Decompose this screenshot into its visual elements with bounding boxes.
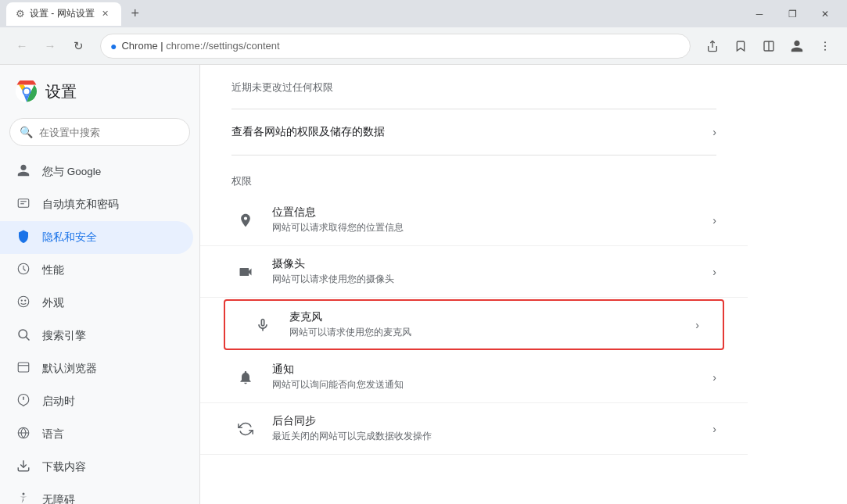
menu-button[interactable] xyxy=(813,34,838,59)
background-sync-permission-chevron-icon: › xyxy=(712,423,716,435)
svg-point-14 xyxy=(21,299,23,301)
permission-row-background-sync[interactable]: 后台同步 最近关闭的网站可以完成数据收发操作 › xyxy=(200,403,748,455)
sidebar-performance-icon xyxy=(16,262,31,279)
microphone-permission-title: 麦克风 xyxy=(289,310,695,324)
sidebar-nav: 您与 Google 自动填充和密码 隐私和安全 性能 外观 搜索引擎 默认浏览器… xyxy=(0,155,199,504)
back-button[interactable]: ← xyxy=(9,34,34,59)
camera-permission-title: 摄像头 xyxy=(272,257,712,271)
sidebar-download-icon xyxy=(16,459,31,476)
browser-toolbar: ← → ↻ ● Chrome | chrome://settings/conte… xyxy=(0,27,847,65)
sidebar-header: 设置 xyxy=(0,74,199,115)
sidebar-autofill-icon xyxy=(16,196,31,213)
sidebar-startup-icon xyxy=(16,393,31,410)
svg-line-17 xyxy=(26,337,29,340)
svg-point-15 xyxy=(24,299,26,301)
reload-button[interactable]: ↻ xyxy=(66,34,91,59)
permission-row-notifications[interactable]: 通知 网站可以询问能否向您发送通知 › xyxy=(200,352,748,403)
microphone-permission-chevron-icon: › xyxy=(695,319,699,331)
microphone-permission-icon xyxy=(249,311,277,339)
restore-button[interactable]: ❐ xyxy=(777,3,808,25)
bookmark-button[interactable] xyxy=(728,34,753,59)
share-button[interactable] xyxy=(700,34,725,59)
permission-row-location[interactable]: 位置信息 网站可以请求取得您的位置信息 › xyxy=(200,195,748,246)
close-button[interactable]: ✕ xyxy=(809,3,841,25)
background-sync-permission-icon xyxy=(231,415,260,443)
svg-point-16 xyxy=(19,330,27,338)
toolbar-actions xyxy=(700,34,838,59)
sidebar-browser-icon xyxy=(16,360,31,377)
sidebar: 设置 🔍 您与 Google 自动填充和密码 隐私和安全 性能 外观 搜索引擎 … xyxy=(0,65,200,504)
chrome-logo-icon xyxy=(16,80,38,102)
search-icon: 🔍 xyxy=(20,126,33,138)
sidebar-item-google[interactable]: 您与 Google xyxy=(0,155,193,188)
titlebar-left: ⚙ 设置 - 网站设置 ✕ + xyxy=(6,2,146,26)
camera-permission-icon xyxy=(231,258,260,286)
notifications-permission-title: 通知 xyxy=(272,363,712,377)
sidebar-privacy-icon xyxy=(16,229,31,246)
divider-2 xyxy=(231,155,716,155)
content-inner: 近期未更改过任何权限 查看各网站的权限及储存的数据 › 权限 位置信息 网站可以… xyxy=(200,65,748,470)
no-changes-text: 近期未更改过任何权限 xyxy=(200,65,748,102)
sidebar-item-performance[interactable]: 性能 xyxy=(0,254,193,287)
location-permission-icon xyxy=(231,206,260,234)
svg-rect-18 xyxy=(18,363,29,372)
sidebar-accessibility-icon xyxy=(16,491,31,504)
camera-permission-desc: 网站可以请求使用您的摄像头 xyxy=(272,273,712,286)
permission-row-microphone[interactable]: 麦克风 网站可以请求使用您的麦克风 › xyxy=(224,299,724,350)
sidebar-item-search[interactable]: 搜索引擎 xyxy=(0,320,193,352)
new-tab-button[interactable]: + xyxy=(124,3,146,25)
address-site: Chrome xyxy=(121,40,157,52)
location-permission-title: 位置信息 xyxy=(272,206,712,220)
sidebar-browser-label: 默认浏览器 xyxy=(42,362,97,376)
sidebar-search-icon xyxy=(16,327,31,345)
notifications-permission-info: 通知 网站可以询问能否向您发送通知 xyxy=(272,363,712,391)
sidebar-item-download[interactable]: 下载内容 xyxy=(0,451,193,484)
address-bar[interactable]: ● Chrome | chrome://settings/content xyxy=(100,34,691,59)
sidebar-item-appearance[interactable]: 外观 xyxy=(0,287,193,320)
microphone-permission-info: 麦克风 网站可以请求使用您的麦克风 xyxy=(289,310,695,339)
sidebar-google-label: 您与 Google xyxy=(42,165,101,179)
background-sync-permission-info: 后台同步 最近关闭的网站可以完成数据收发操作 xyxy=(272,414,712,443)
sidebar-privacy-label: 隐私和安全 xyxy=(42,231,97,245)
permission-row-camera[interactable]: 摄像头 网站可以请求使用您的摄像头 › xyxy=(200,246,748,298)
sidebar-item-privacy[interactable]: 隐私和安全 xyxy=(0,221,193,254)
site-data-row[interactable]: 查看各网站的权限及储存的数据 › xyxy=(200,116,748,148)
sidebar-download-label: 下载内容 xyxy=(42,460,86,474)
notifications-permission-chevron-icon: › xyxy=(712,371,716,384)
address-text: Chrome | chrome://settings/content xyxy=(121,40,680,52)
background-sync-permission-title: 后台同步 xyxy=(272,414,712,428)
sidebar-item-accessibility[interactable]: 无障碍 xyxy=(0,484,193,504)
split-view-button[interactable] xyxy=(756,34,781,59)
settings-tab-icon: ⚙ xyxy=(16,8,25,20)
content-area: 近期未更改过任何权限 查看各网站的权限及储存的数据 › 权限 位置信息 网站可以… xyxy=(200,65,847,504)
profile-button[interactable] xyxy=(784,34,809,59)
background-sync-permission-desc: 最近关闭的网站可以完成数据收发操作 xyxy=(272,430,712,443)
site-data-chevron-icon: › xyxy=(712,126,716,138)
sidebar-title: 设置 xyxy=(45,81,77,102)
sidebar-item-startup[interactable]: 启动时 xyxy=(0,385,193,418)
sidebar-autofill-label: 自动填充和密码 xyxy=(42,198,119,212)
tab-label: 设置 - 网站设置 xyxy=(30,7,95,20)
sidebar-startup-label: 启动时 xyxy=(42,395,75,409)
active-tab[interactable]: ⚙ 设置 - 网站设置 ✕ xyxy=(6,2,121,26)
divider-1 xyxy=(231,109,716,109)
sidebar-accessibility-label: 无障碍 xyxy=(42,493,75,504)
sidebar-item-browser[interactable]: 默认浏览器 xyxy=(0,352,193,385)
location-permission-info: 位置信息 网站可以请求取得您的位置信息 xyxy=(272,206,712,234)
svg-point-13 xyxy=(18,296,29,307)
svg-point-4 xyxy=(824,45,826,47)
sidebar-item-language[interactable]: 语言 xyxy=(0,418,193,451)
svg-point-8 xyxy=(24,89,30,95)
sidebar-search-label: 搜索引擎 xyxy=(42,329,86,343)
minimize-button[interactable]: ─ xyxy=(744,3,775,25)
tab-close-button[interactable]: ✕ xyxy=(99,8,112,20)
settings-search-input[interactable] xyxy=(39,127,180,138)
camera-permission-chevron-icon: › xyxy=(712,266,716,278)
svg-point-5 xyxy=(824,48,826,50)
microphone-permission-desc: 网站可以请求使用您的麦克风 xyxy=(289,326,695,339)
sidebar-performance-label: 性能 xyxy=(42,263,64,277)
sidebar-item-autofill[interactable]: 自动填充和密码 xyxy=(0,188,193,221)
forward-button[interactable]: → xyxy=(38,34,63,59)
permissions-section-label: 权限 xyxy=(200,162,748,195)
sidebar-appearance-icon xyxy=(16,295,31,312)
